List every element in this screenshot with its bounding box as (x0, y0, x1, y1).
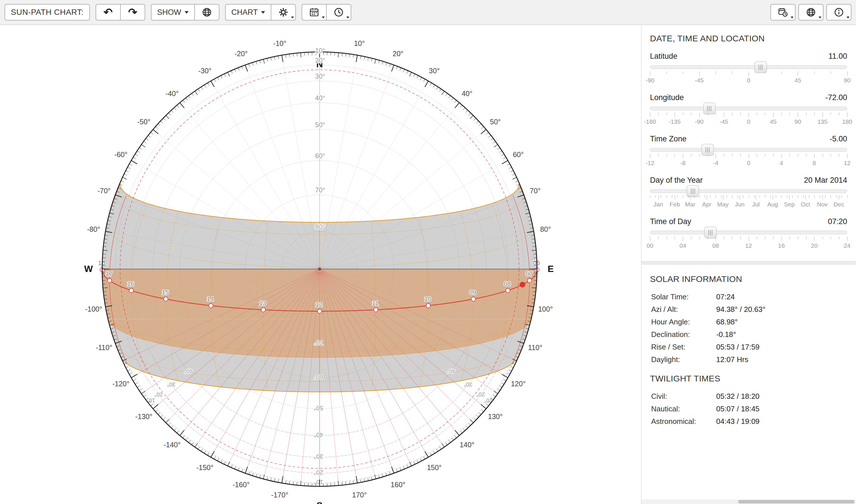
chevron-down-icon (261, 11, 265, 14)
toolbar: SUN-PATH CHART: ↶ ↷ SHOW CHART (0, 0, 856, 25)
svg-text:20°: 20° (476, 391, 485, 398)
tick-mark (691, 113, 691, 115)
scrollbar-track[interactable] (641, 500, 856, 504)
tick-mark (798, 71, 798, 75)
longitude-slider-track[interactable] (650, 107, 847, 110)
tick-mark (792, 195, 793, 198)
tick-mark (723, 195, 723, 200)
svg-text:11: 11 (372, 300, 379, 307)
tick-mark (814, 195, 815, 198)
tick-mark (782, 195, 782, 198)
tick-mark (820, 195, 820, 198)
calendar-button[interactable] (302, 4, 327, 20)
tick-label: Jul (752, 201, 760, 208)
tick-mark (699, 195, 700, 198)
show-menu-button[interactable]: SHOW (151, 4, 195, 20)
solar-info-label: Declination: (651, 330, 716, 339)
tick-mark (822, 195, 823, 200)
longitude-tick-row: -180-135-90-4504590135180 (650, 113, 847, 127)
tick-label: -45 (720, 118, 728, 125)
chevron-down-icon (185, 11, 189, 14)
tick-mark (699, 71, 700, 75)
svg-text:17: 17 (106, 270, 113, 277)
svg-text:W: W (84, 264, 93, 274)
grip-icon (760, 65, 761, 70)
info-button[interactable] (826, 4, 852, 20)
tick-mark (842, 195, 842, 198)
svg-text:70°: 70° (313, 339, 323, 346)
timezone-slider-row: Time Zone -5.00 -12-8-404812 (650, 134, 847, 169)
tick-mark (727, 195, 727, 198)
tick-mark (776, 195, 776, 198)
svg-text:08: 08 (504, 280, 511, 287)
tick-label: 0 (747, 77, 750, 84)
tick-mark (823, 154, 823, 157)
tick-mark (740, 113, 741, 115)
day-value: 20 Mar 2014 (804, 176, 847, 185)
gear-icon (278, 7, 289, 17)
timezone-value: -5.00 (829, 134, 847, 143)
tick-label: 90 (844, 77, 850, 84)
svg-text:50°: 50° (490, 118, 501, 126)
chart-menu-button[interactable]: CHART (225, 4, 272, 20)
tick-mark (699, 154, 700, 157)
svg-text:100°: 100° (538, 305, 553, 313)
tick-label: Jan (653, 201, 663, 208)
svg-text:09: 09 (469, 289, 476, 296)
svg-text:-50°: -50° (137, 118, 150, 126)
tick-mark (655, 195, 656, 198)
svg-text:30°: 30° (315, 73, 325, 80)
chevron-down-icon (346, 17, 349, 19)
twilight-grid: Civil:05:32 / 18:20Nautical:05:07 / 18:4… (651, 392, 847, 426)
svg-text:-40°: -40° (166, 90, 178, 97)
timezone-slider-track[interactable] (650, 148, 847, 152)
latitude-slider-track[interactable] (650, 65, 847, 69)
location-globe-button[interactable] (798, 4, 823, 20)
redo-button[interactable]: ↷ (120, 4, 145, 20)
calendar-clock-icon (778, 7, 788, 17)
tick-mark (798, 154, 798, 157)
tick-mark (732, 237, 733, 239)
tick-label: Dec (834, 201, 844, 208)
chart-menu-label: CHART (232, 8, 258, 17)
svg-text:E: E (548, 264, 553, 274)
tick-mark (691, 237, 691, 239)
calendar-icon (309, 7, 319, 17)
time-slider-track[interactable] (650, 231, 847, 234)
app-title-label: SUN-PATH CHART: (11, 8, 84, 17)
tick-label: Jun (735, 201, 744, 208)
chevron-down-icon (322, 17, 325, 19)
tick-mark (831, 113, 831, 115)
clock-button[interactable] (326, 4, 351, 20)
svg-text:-30°: -30° (198, 67, 211, 75)
tick-mark (749, 195, 749, 198)
settings-button[interactable] (271, 4, 296, 20)
day-slider-track[interactable] (650, 189, 847, 193)
latitude-slider-row: Latitude 11.00 -90-4504590 (650, 52, 847, 86)
svg-text:40°: 40° (315, 94, 325, 102)
svg-text:-140°: -140° (164, 441, 181, 449)
svg-text:50°: 50° (315, 121, 325, 129)
undo-button[interactable]: ↶ (96, 4, 121, 20)
svg-text:60°: 60° (315, 152, 325, 160)
tick-label: Mar (685, 201, 695, 208)
solar-info-value: 68.98° (716, 318, 847, 326)
slider-panel: Latitude 11.00 -90-4504590 Longitude -72… (650, 52, 847, 251)
svg-text:-80°: -80° (87, 225, 100, 233)
scrollbar-thumb[interactable] (738, 500, 855, 503)
latitude-label: Latitude (650, 52, 678, 61)
svg-text:15: 15 (162, 289, 169, 296)
tick-label: -135 (669, 118, 681, 125)
tick-mark (667, 71, 667, 74)
timezone-tick-row: -12-8-404812 (650, 154, 847, 169)
svg-text:70°: 70° (315, 186, 325, 194)
tick-mark (721, 195, 722, 198)
svg-text:80°: 80° (540, 225, 551, 233)
svg-text:-20°: -20° (235, 50, 248, 58)
svg-text:-150°: -150° (196, 464, 213, 471)
tick-mark (757, 237, 757, 239)
date-time-picker-button[interactable] (770, 4, 795, 20)
timezone-label: Time Zone (650, 134, 686, 143)
tick-mark (716, 195, 716, 198)
globe-button[interactable] (194, 4, 219, 20)
